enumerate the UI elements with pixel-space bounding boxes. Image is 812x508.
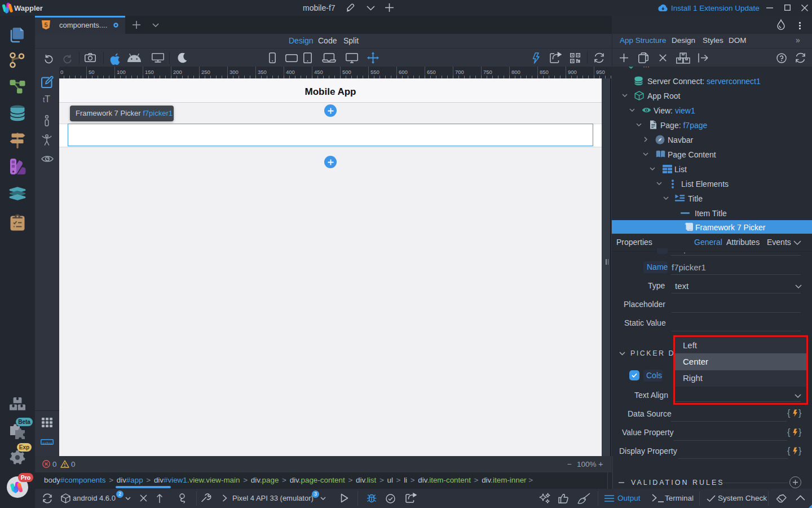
svg-text:5: 5	[44, 21, 47, 28]
